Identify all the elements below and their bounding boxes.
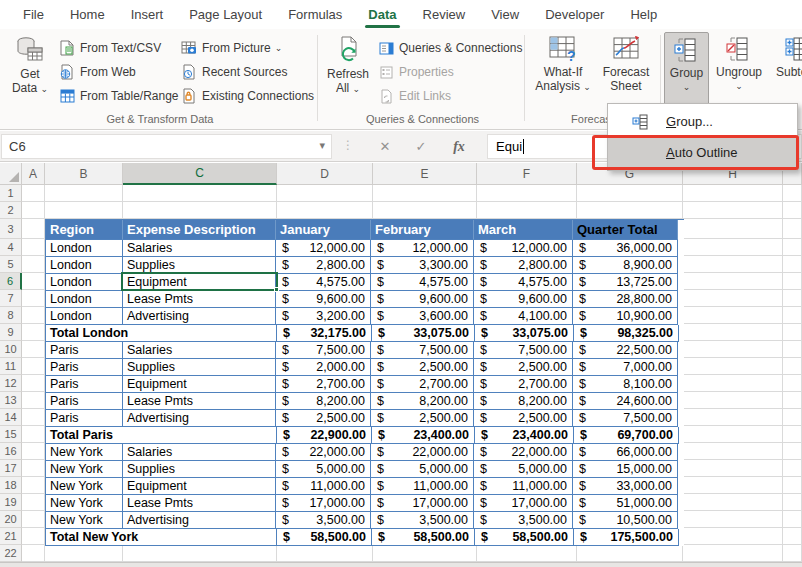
table-cell-description[interactable]: Lease Pmts [123,393,276,410]
table-cell-amount[interactable]: $7,500.00 [474,342,573,359]
cell-partial-8[interactable] [783,307,802,324]
from-text-csv-button[interactable]: From Text/CSV [58,36,179,60]
cell-A10[interactable] [22,341,45,358]
cell-H6[interactable] [683,273,783,290]
cell-D22[interactable] [277,545,373,562]
cell-partial-22[interactable] [783,545,802,562]
table-cell-amount[interactable]: $8,200.00 [474,393,573,410]
table-cell-description[interactable]: Equipment [123,376,276,393]
cell-A2[interactable] [22,202,45,219]
table-cell-region[interactable]: London [46,291,123,308]
row-header-10[interactable]: 10 [0,341,22,358]
table-cell-amount[interactable]: $22,000.00 [371,444,474,461]
select-all-button[interactable] [0,163,22,185]
cell-partial-10[interactable] [783,341,802,358]
cell-A16[interactable] [22,443,45,460]
cell-F1[interactable] [477,185,577,202]
table-cell-amount[interactable]: $2,700.00 [474,376,573,393]
cell-A17[interactable] [22,460,45,477]
cell-partial-20[interactable] [783,511,802,528]
row-header-21[interactable]: 21 [0,528,22,545]
cell-H17[interactable] [683,460,783,477]
cell-B2[interactable] [45,202,123,219]
get-data-button[interactable]: Get Data ⌄ [6,32,54,111]
table-cell-amount[interactable]: $2,500.00 [276,410,371,427]
cell-A22[interactable] [22,545,45,562]
cell-partial-9[interactable] [783,324,802,341]
cell-A13[interactable] [22,392,45,409]
cell-A1[interactable] [22,185,45,202]
cell-partial-15[interactable] [783,426,802,443]
table-cell-amount[interactable]: $28,800.00 [573,291,678,308]
table-cell-amount[interactable]: $5,000.00 [474,461,573,478]
table-cell-amount[interactable]: $7,500.00 [573,410,678,427]
table-cell-amount[interactable]: $4,575.00 [371,274,474,291]
table-cell-amount[interactable]: $22,900.00 [277,427,372,444]
table-cell-description[interactable]: Salaries [123,240,276,257]
column-header-B[interactable]: B [45,163,123,185]
table-cell-amount[interactable]: $11,000.00 [276,478,371,495]
formula-bar-grip[interactable]: ⋮ [342,138,353,152]
table-cell-amount[interactable]: $2,800.00 [474,257,573,274]
row-header-19[interactable]: 19 [0,494,22,511]
cell-H20[interactable] [683,511,783,528]
cell-E22[interactable] [373,545,477,562]
table-cell-region[interactable]: Paris [46,410,123,427]
ribbon-tab-formulas[interactable]: Formulas [275,2,355,28]
table-cell-amount[interactable]: $9,600.00 [371,291,474,308]
forecast-sheet-button[interactable]: Forecast Sheet [596,32,656,111]
cell-partial-17[interactable] [783,460,802,477]
table-cell-region[interactable]: New York [46,495,123,512]
cell-partial-16[interactable] [783,443,802,460]
cell-A11[interactable] [22,358,45,375]
table-cell-amount[interactable]: $33,000.00 [573,478,678,495]
cell-A9[interactable] [22,324,45,341]
table-cell-amount[interactable]: $69,700.00 [574,427,679,444]
cell-H9[interactable] [683,324,783,341]
row-header-12[interactable]: 12 [0,375,22,392]
cell-G2[interactable] [577,202,683,219]
row-header-8[interactable]: 8 [0,307,22,324]
table-cell-amount[interactable]: $2,500.00 [371,359,474,376]
row-header-22[interactable]: 22 [0,545,22,562]
ungroup-button[interactable]: Ungroup ⌄ [711,32,767,111]
table-cell-description[interactable]: Salaries [123,444,276,461]
table-cell-amount[interactable]: $7,500.00 [371,342,474,359]
group-button[interactable]: Group ⌄ [664,32,709,111]
cell-partial-12[interactable] [783,375,802,392]
table-cell-amount[interactable]: $12,000.00 [371,240,474,257]
table-cell-amount[interactable]: $32,175.00 [277,325,372,342]
what-if-analysis-button[interactable]: ? What-If Analysis ⌄ [533,32,593,111]
row-header-1[interactable]: 1 [0,185,22,202]
table-cell-description[interactable]: Lease Pmts [123,495,276,512]
table-cell-amount[interactable]: $23,400.00 [475,427,574,444]
ribbon-tab-page-layout[interactable]: Page Layout [176,2,275,28]
cell-A20[interactable] [22,511,45,528]
table-cell-description[interactable]: Lease Pmts [123,291,276,308]
cell-partial-4[interactable] [783,239,802,256]
cell-H21[interactable] [683,528,783,545]
cell-A12[interactable] [22,375,45,392]
table-cell-amount[interactable]: $2,500.00 [474,359,573,376]
cell-A5[interactable] [22,256,45,273]
table-cell-amount[interactable]: $17,000.00 [474,495,573,512]
table-cell-description[interactable]: Supplies [123,461,276,478]
row-header-2[interactable]: 2 [0,202,22,219]
table-cell-amount[interactable]: $22,000.00 [276,444,371,461]
cell-B22[interactable] [45,545,123,562]
subtotal-button[interactable]: Subtotal [769,32,802,111]
table-cell-region[interactable]: Total Paris [46,427,277,444]
cell-G22[interactable] [577,545,683,562]
name-box[interactable]: C6 ▾ [1,134,332,159]
ribbon-tab-view[interactable]: View [478,2,532,28]
cell-H13[interactable] [683,392,783,409]
row-header-4[interactable]: 4 [0,239,22,256]
row-header-5[interactable]: 5 [0,256,22,273]
cell-D2[interactable] [277,202,373,219]
table-cell-region[interactable]: New York [46,512,123,529]
table-cell-amount[interactable]: $2,500.00 [474,410,573,427]
cell-H11[interactable] [683,358,783,375]
table-cell-amount[interactable]: $2,700.00 [371,376,474,393]
table-cell-description[interactable]: Equipment [123,478,276,495]
cell-H1[interactable] [683,185,783,202]
